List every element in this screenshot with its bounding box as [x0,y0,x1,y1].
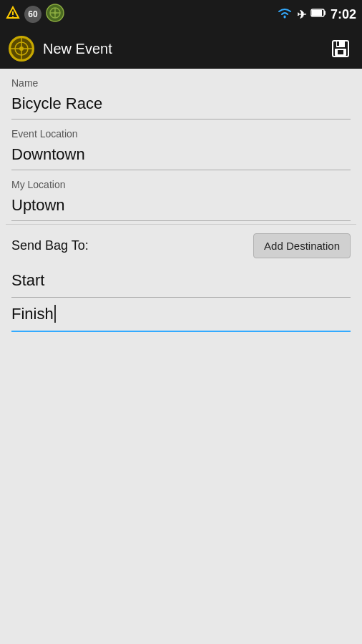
action-bar-left: New Event [9,36,112,62]
main-content: Name Bicycle Race Event Location Downtow… [0,69,362,332]
destination-item-finish[interactable]: Finish [11,298,351,332]
airplane-icon: ✈ [297,8,306,21]
my-location-input[interactable]: Uptown [11,193,351,221]
event-location-input[interactable]: Downtown [11,142,351,170]
svg-rect-11 [312,10,322,16]
action-bar: New Event [0,29,362,69]
status-bar: 60 ✈ [0,0,362,29]
svg-rect-10 [324,11,326,15]
svg-rect-21 [337,42,339,46]
svg-point-8 [283,16,285,19]
level-badge: 60 [24,6,41,23]
send-bag-header: Send Bag To: Add Destination [11,233,351,264]
page-title: New Event [43,41,112,57]
my-location-field-group: My Location Uptown [6,170,356,221]
warning-icon [6,6,20,23]
name-label: Name [11,77,351,89]
destination-item-start[interactable]: Start [11,264,351,298]
status-bar-left: 60 [6,4,64,25]
destination-start-value: Start [11,271,44,289]
save-button[interactable] [328,36,353,62]
add-destination-button[interactable]: Add Destination [253,233,351,258]
svg-point-2 [12,16,14,18]
send-bag-section: Send Bag To: Add Destination Start Finis… [6,224,356,332]
svg-point-16 [19,47,24,51]
battery-icon [310,8,326,21]
event-location-field-group: Event Location Downtown [6,119,356,170]
time-display: 7:02 [331,7,356,22]
destination-finish-value: Finish [11,305,54,323]
cursor [54,305,56,323]
send-bag-label: Send Bag To: [11,238,89,253]
name-field-group: Name Bicycle Race [6,69,356,119]
app-status-icon [46,4,64,25]
status-bar-right: ✈ 7:02 [277,6,356,22]
app-logo-icon [9,36,34,62]
svg-point-7 [54,11,57,14]
event-location-label: Event Location [11,128,351,140]
name-input[interactable]: Bicycle Race [11,92,351,119]
svg-rect-20 [338,50,343,54]
wifi-icon [277,6,293,22]
my-location-label: My Location [11,179,351,190]
